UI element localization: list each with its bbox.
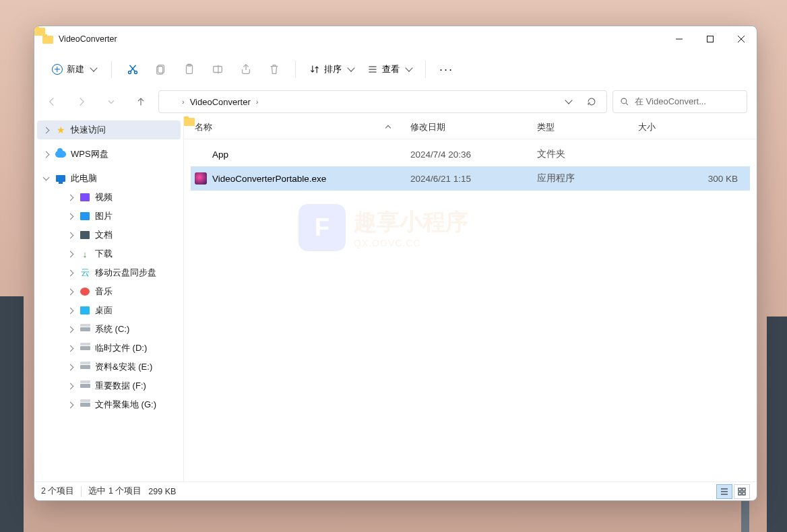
download-icon: ↓ — [83, 249, 88, 259]
status-count: 2 个项目 — [41, 486, 74, 497]
more-button[interactable]: ··· — [434, 60, 459, 79]
maximize-button[interactable] — [695, 26, 726, 52]
chevron-down-icon — [347, 64, 354, 71]
sidebar-item-pictures[interactable]: 图片 — [37, 207, 181, 226]
sidebar-label: 文件聚集地 (G:) — [95, 399, 156, 411]
minimize-button[interactable] — [664, 26, 695, 52]
details-view-button[interactable] — [716, 484, 732, 499]
content-area[interactable]: 名称 修改日期 类型 大小 App 2024/7/4 20:36 文件夹 Vid… — [184, 117, 757, 481]
sidebar-item-this-pc[interactable]: 此电脑 — [37, 169, 181, 188]
sidebar-item-drive-f[interactable]: 重要数据 (F:) — [37, 376, 181, 395]
file-name: App — [212, 149, 228, 160]
sidebar-item-cloudsync[interactable]: 云 移动云盘同步盘 — [37, 263, 181, 282]
recent-button[interactable] — [99, 90, 123, 114]
icons-view-button[interactable] — [734, 484, 750, 499]
sort-button[interactable]: 排序 — [304, 59, 359, 79]
sidebar-item-music[interactable]: 音乐 — [37, 282, 181, 301]
list-item[interactable]: VideoConverterPortable.exe 2024/6/21 1:1… — [191, 166, 750, 191]
sidebar-label: WPS网盘 — [71, 148, 108, 160]
file-date: 2024/6/21 1:15 — [410, 174, 537, 184]
pictures-icon — [80, 212, 90, 220]
address-bar[interactable]: › VideoConverter › — [158, 90, 607, 113]
column-date[interactable]: 修改日期 — [410, 122, 537, 133]
column-size[interactable]: 大小 — [638, 122, 757, 133]
delete-button[interactable] — [261, 57, 287, 81]
svg-rect-25 — [743, 492, 745, 495]
rename-button[interactable] — [205, 57, 230, 81]
svg-point-5 — [135, 71, 137, 74]
view-button[interactable]: 查看 — [362, 59, 417, 79]
svg-rect-23 — [743, 488, 745, 491]
status-bar: 2 个项目 选中 1 个项目 299 KB — [34, 481, 757, 500]
sidebar-item-drive-g[interactable]: 文件聚集地 (G:) — [37, 395, 181, 414]
sort-label: 排序 — [324, 63, 342, 75]
breadcrumb-folder[interactable]: VideoConverter — [190, 97, 251, 107]
column-headers: 名称 修改日期 类型 大小 — [184, 117, 757, 139]
status-selection: 选中 1 个项目 — [88, 486, 141, 497]
svg-point-17 — [621, 98, 627, 104]
navigation-row: › VideoConverter › 在 VideoConvert... — [34, 87, 757, 117]
file-date: 2024/7/4 20:36 — [410, 149, 537, 160]
sidebar-label: 快速访问 — [71, 124, 106, 136]
file-list: App 2024/7/4 20:36 文件夹 VideoConverterPor… — [184, 139, 757, 481]
list-item[interactable]: App 2024/7/4 20:36 文件夹 — [191, 142, 750, 166]
sidebar-item-desktop[interactable]: 桌面 — [37, 301, 181, 320]
sidebar-label: 资料&安装 (E:) — [95, 361, 152, 373]
sidebar-label: 文档 — [95, 229, 113, 241]
chevron-down-icon — [405, 64, 412, 71]
sidebar-item-videos[interactable]: 视频 — [37, 188, 181, 207]
sidebar-item-drive-c[interactable]: 系统 (C:) — [37, 320, 181, 339]
status-size: 299 KB — [148, 487, 176, 496]
svg-point-4 — [129, 71, 131, 74]
sidebar-label: 移动云盘同步盘 — [95, 267, 156, 279]
svg-rect-12 — [214, 67, 222, 73]
folder-icon — [42, 34, 53, 44]
search-input[interactable]: 在 VideoConvert... — [612, 90, 747, 113]
documents-icon — [80, 231, 90, 239]
sidebar-label: 音乐 — [95, 286, 113, 298]
search-icon — [620, 97, 629, 106]
drive-icon — [80, 327, 90, 331]
share-button[interactable] — [233, 57, 259, 81]
refresh-button[interactable] — [582, 97, 601, 106]
exe-icon — [195, 172, 207, 185]
up-button[interactable] — [129, 90, 153, 114]
copy-button[interactable] — [148, 57, 174, 81]
drive-icon — [80, 403, 90, 407]
sidebar-item-drive-e[interactable]: 资料&安装 (E:) — [37, 358, 181, 376]
sidebar[interactable]: ★ 快速访问 WPS网盘 此电脑 视频 — [34, 117, 184, 481]
window-title: VideoConverter — [59, 34, 117, 44]
column-name[interactable]: 名称 — [195, 122, 410, 133]
cut-button[interactable] — [120, 57, 146, 81]
monitor-icon — [56, 175, 65, 182]
file-type: 应用程序 — [537, 172, 638, 185]
plus-icon — [52, 64, 63, 75]
back-button[interactable] — [40, 90, 64, 114]
sidebar-item-drive-d[interactable]: 临时文件 (D:) — [37, 339, 181, 358]
sidebar-item-downloads[interactable]: ↓ 下载 — [37, 244, 181, 263]
star-icon: ★ — [57, 125, 65, 135]
toolbar: 新建 排序 查看 ··· — [34, 52, 757, 87]
close-button[interactable] — [726, 26, 757, 52]
chevron-down-icon — [90, 64, 97, 71]
video-icon — [80, 193, 90, 201]
sidebar-label: 桌面 — [95, 304, 113, 317]
forward-button[interactable] — [69, 90, 94, 114]
file-type: 文件夹 — [537, 148, 638, 160]
paste-button[interactable] — [177, 57, 202, 81]
column-type[interactable]: 类型 — [537, 122, 638, 133]
sidebar-item-wps[interactable]: WPS网盘 — [37, 145, 181, 164]
titlebar[interactable]: VideoConverter — [34, 26, 757, 52]
file-size: 300 KB — [638, 174, 750, 184]
sidebar-label: 重要数据 (F:) — [95, 380, 146, 392]
sort-asc-icon — [385, 125, 391, 130]
new-button[interactable]: 新建 — [45, 59, 103, 79]
history-dropdown[interactable] — [558, 100, 577, 103]
drive-icon — [80, 384, 90, 388]
music-icon — [80, 288, 90, 296]
new-label: 新建 — [67, 63, 84, 75]
folder-icon — [195, 149, 207, 160]
sidebar-item-quick-access[interactable]: ★ 快速访问 — [37, 121, 181, 139]
chevron-right-icon: › — [182, 98, 185, 106]
sidebar-item-documents[interactable]: 文档 — [37, 226, 181, 244]
